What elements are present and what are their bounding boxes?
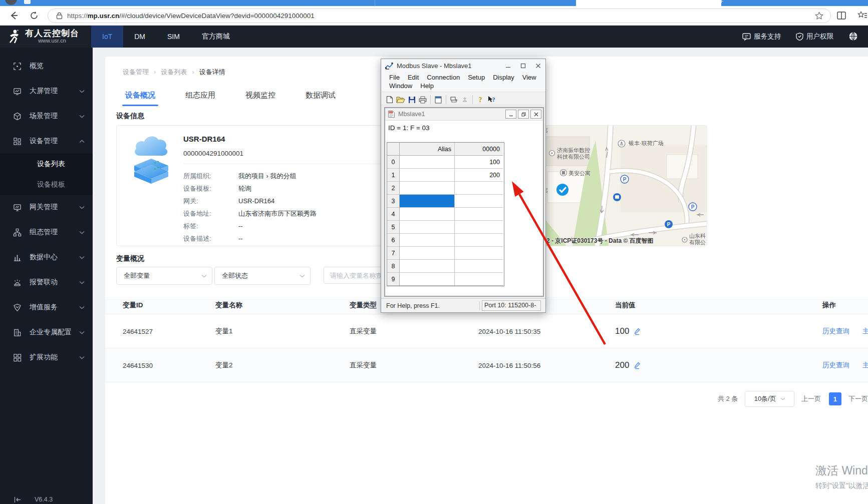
collapse-sidebar-icon[interactable] (14, 496, 22, 503)
edit-value-icon[interactable] (633, 361, 641, 369)
help-icon[interactable]: ? (475, 95, 486, 105)
menu-help[interactable]: Help (416, 82, 438, 90)
app-header: 有人云控制台 www.usr.cn IoT DM SIM 官方商城 服务支持 用… (0, 25, 868, 48)
menu-window[interactable]: Window (385, 82, 416, 90)
modbus-window-controls (500, 59, 545, 72)
language-globe[interactable] (848, 32, 861, 41)
active-collect-link[interactable]: 主动 (862, 361, 868, 369)
history-query-link[interactable]: 历史查询 (822, 361, 849, 369)
nav-iot[interactable]: IoT (91, 25, 123, 48)
modbus-slave-window[interactable]: Modbus Slave - Mbslave1 File Edit Connec… (381, 59, 546, 313)
browser-tab-2[interactable]: 【用指令】USR-DR164指令集✕ (382, 0, 567, 6)
edit-value-icon[interactable] (633, 327, 641, 335)
active-collect-link[interactable]: 主动 (862, 327, 868, 335)
child-restore-icon[interactable] (518, 110, 529, 119)
browser-profile-icon[interactable] (5, 0, 17, 5)
sidebar-item-enterprise-config[interactable]: 企业专属配置 (0, 320, 93, 345)
grid-row[interactable]: 0100 (387, 156, 504, 169)
menu-file[interactable]: File (385, 73, 404, 82)
service-support[interactable]: 服务支持 (742, 32, 781, 41)
app-logo[interactable]: 有人云控制台 www.usr.cn (25, 29, 79, 44)
new-tab-icon[interactable]: + (719, 0, 725, 4)
context-help-icon[interactable]: ? (486, 95, 497, 105)
print-icon[interactable] (417, 95, 428, 105)
back-icon[interactable] (9, 11, 19, 21)
screen: USR IoT 科技物联网技✕ 【用指令】USR-DR164指令集✕ 有人云 +… (0, 0, 868, 504)
nav-sim[interactable]: SIM (156, 25, 191, 48)
split-screen-icon[interactable] (836, 11, 846, 21)
variable-type-select[interactable]: 全部变量 (116, 267, 212, 285)
baidu-map[interactable]: P P P 银丰·联荷广场 济南振华数控 科技有限公司 美安公寓 店 店 山东科… (545, 126, 707, 246)
nav-dm[interactable]: DM (123, 25, 156, 48)
minimize-icon[interactable] (500, 59, 515, 72)
grid-row-selected[interactable]: 3 (387, 195, 504, 208)
sidebar-item-device-template[interactable]: 设备模板 (0, 174, 93, 195)
sidebar-item-data-center[interactable]: 数据中心 (0, 245, 93, 270)
refresh-icon[interactable] (29, 11, 39, 21)
modbus-register-grid[interactable]: Alias 00000 0100 1200 2 3 4 5 6 7 8 9 (387, 142, 504, 286)
page-size-select[interactable]: 10条/页 (745, 391, 794, 407)
sidebar-item-overview[interactable]: 概览 (0, 54, 93, 79)
browser-tab-1[interactable]: USR IoT 科技物联网技✕ (43, 0, 366, 6)
sidebar-item-gateway-mgmt[interactable]: 网关管理 (0, 195, 93, 220)
menu-setup[interactable]: Setup (464, 73, 489, 82)
grid-row[interactable]: 5 (387, 221, 504, 234)
grid-row[interactable]: 1200 (387, 169, 504, 182)
next-page-button[interactable]: 下一页 (848, 394, 868, 403)
grid-row[interactable]: 4 (387, 208, 504, 221)
page-number-1[interactable]: 1 (829, 392, 841, 405)
url-bar[interactable]: https://mp.usr.cn/#/cloud/device/ViewDev… (48, 9, 831, 23)
bookmark-star-icon[interactable] (815, 12, 823, 20)
sidebar-item-scene-mgmt[interactable]: 场景管理 (0, 104, 93, 129)
prev-page-button[interactable]: 上一页 (801, 394, 821, 403)
grid-header-row: Alias 00000 (387, 143, 504, 156)
menu-display[interactable]: Display (489, 73, 518, 82)
tab-video-monitor[interactable]: 视频监控 (242, 87, 278, 106)
sidebar-item-value-added[interactable]: 增值服务 (0, 295, 93, 320)
close-icon[interactable] (530, 59, 545, 72)
breadcrumb: 设备管理›设备列表›设备详情 (123, 68, 225, 77)
sidebar-item-device-mgmt[interactable]: 设备管理 (0, 129, 93, 154)
grid-row[interactable]: 7 (387, 247, 504, 260)
menu-view[interactable]: View (518, 73, 540, 82)
mbslave1-child-window[interactable]: DOC Mbslave1 ID = 1: F = 03 Alias 00000 (384, 107, 544, 297)
child-close-icon[interactable] (530, 110, 541, 119)
history-query-link[interactable]: 历史查询 (822, 327, 849, 335)
user-permissions[interactable]: 用户权限 (796, 32, 833, 41)
menu-connection[interactable]: Connection (423, 73, 464, 82)
selected-cell[interactable] (400, 195, 455, 208)
menu-edit[interactable]: Edit (404, 73, 423, 82)
nav-mall[interactable]: 官方商城 (191, 25, 241, 48)
maximize-icon[interactable] (515, 59, 530, 72)
display-setup-icon[interactable] (433, 95, 444, 105)
tab-config-app[interactable]: 组态应用 (182, 87, 218, 106)
breadcrumb-item[interactable]: 设备列表 (161, 68, 187, 76)
new-file-icon[interactable] (384, 95, 395, 105)
grid-row[interactable]: 6 (387, 234, 504, 247)
browser-tab-active[interactable]: 有人云 (576, 0, 721, 6)
open-file-icon[interactable] (395, 95, 406, 105)
tab-device-overview[interactable]: 设备概况 (122, 87, 158, 106)
favorites-icon[interactable] (857, 11, 867, 21)
grid-row[interactable]: 2 (387, 182, 504, 195)
variable-status-select[interactable]: 全部状态 (214, 267, 311, 285)
modbus-title-bar[interactable]: Modbus Slave - Mbslave1 (381, 59, 545, 72)
poi-right-icon (682, 237, 687, 242)
grid-row[interactable]: 8 (387, 260, 504, 273)
sidebar-item-alarm-linkage[interactable]: 报警联动 (0, 270, 93, 295)
sidebar-item-label: 大屏管理 (30, 87, 58, 96)
sidebar-item-screen-mgmt[interactable]: 大屏管理 (0, 79, 93, 104)
grid-row[interactable]: 9 (387, 273, 504, 286)
tab-data-debug[interactable]: 数据调试 (303, 87, 339, 106)
connection-icon[interactable] (448, 95, 459, 105)
sidebar-item-device-list[interactable]: 设备列表 (0, 154, 93, 174)
sidebar-item-extensions[interactable]: 扩展功能 (0, 345, 93, 370)
breadcrumb-item[interactable]: 设备管理 (123, 68, 149, 76)
child-title-bar[interactable]: DOC Mbslave1 (385, 108, 543, 121)
chat-icon (742, 33, 751, 41)
disconnect-icon[interactable] (459, 95, 470, 105)
col-variable-name: 变量名称 (215, 301, 242, 310)
sidebar-item-config-mgmt[interactable]: 组态管理 (0, 220, 93, 245)
save-icon[interactable] (406, 95, 417, 105)
child-minimize-icon[interactable] (505, 110, 516, 119)
